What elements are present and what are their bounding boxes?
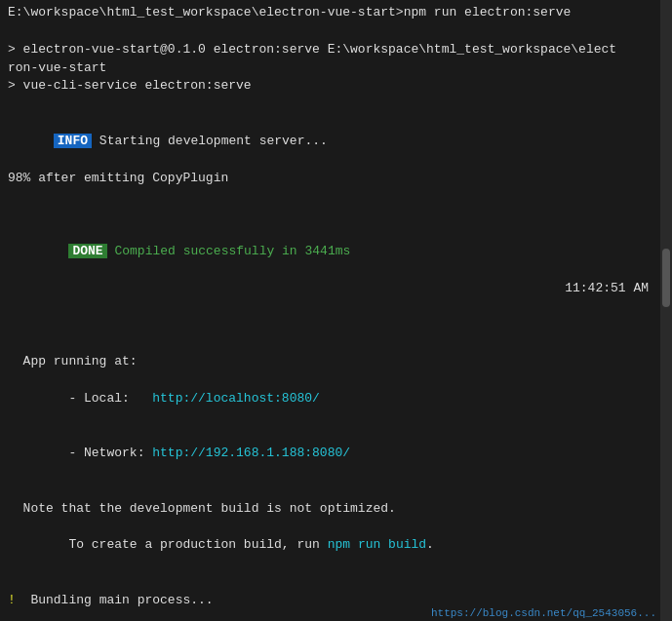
build-prefix: To create a production build, run — [54, 537, 328, 552]
info-badge: INFO — [54, 134, 92, 148]
scrollbar[interactable] — [660, 0, 672, 621]
info-text: Starting development server... — [92, 134, 328, 148]
terminal-line: 98% after emitting CopyPlugin — [8, 170, 664, 188]
terminal-line — [8, 22, 664, 41]
terminal-info-line: INFO Starting development server... — [8, 114, 664, 170]
terminal-line: - Network: http://192.168.1.188:8080/ — [8, 426, 664, 482]
terminal-line — [8, 482, 664, 500]
terminal-line — [8, 316, 664, 334]
terminal-line: Note that the development build is not o… — [8, 500, 664, 519]
terminal-line: > vue-cli-service electron:serve — [8, 77, 664, 96]
terminal-line: > electron-vue-start@0.1.0 electron:serv… — [8, 41, 664, 59]
build-suffix: . — [426, 537, 434, 552]
terminal-line — [8, 573, 664, 592]
terminal-content: E:\workspace\html_test_workspace\electro… — [0, 0, 672, 621]
terminal-line: To create a production build, run npm ru… — [8, 519, 664, 574]
terminal-done-line: DONE Compiled successfully in 3441ms 11:… — [8, 206, 664, 316]
scrollbar-thumb[interactable] — [662, 249, 670, 307]
done-badge: DONE — [68, 244, 106, 258]
terminal-line: ron-vue-start — [8, 59, 664, 78]
terminal-line: E:\workspace\html_test_workspace\electro… — [8, 4, 664, 22]
timestamp: 11:42:51 AM — [565, 280, 649, 298]
terminal-line — [8, 187, 664, 206]
network-label: - Network: — [54, 446, 152, 460]
watermark: https://blog.csdn.net/qq_2543056... — [431, 607, 656, 619]
npm-run-build: npm run build — [328, 537, 426, 552]
terminal-line — [8, 334, 664, 353]
local-label: - Local: — [54, 391, 152, 406]
local-link[interactable]: http://localhost:8080/ — [152, 391, 320, 406]
done-text: Compiled successfully in 3441ms — [107, 244, 351, 258]
terminal-line: - Local: http://localhost:8080/ — [8, 371, 664, 427]
terminal-line — [8, 96, 664, 114]
terminal-window: E:\workspace\html_test_workspace\electro… — [0, 0, 672, 621]
terminal-line: App running at: — [8, 353, 664, 371]
network-link[interactable]: http://192.168.1.188:8080/ — [152, 446, 350, 460]
